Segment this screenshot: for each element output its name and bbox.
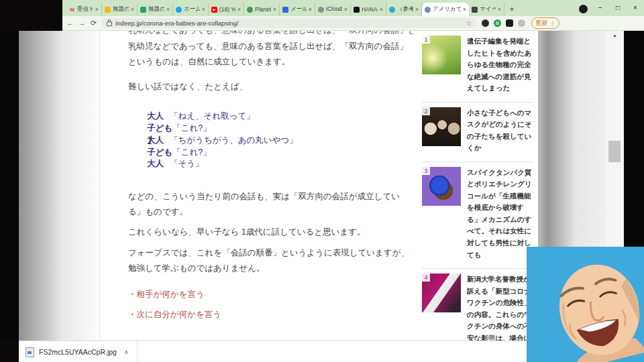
- forward-icon[interactable]: →: [78, 19, 86, 27]
- tab-close-icon[interactable]: ×: [380, 6, 383, 13]
- address-bar[interactable]: indeep.jp/corona-era-babies-are-collapsi…: [101, 18, 477, 28]
- image-file-icon: [25, 347, 34, 357]
- speech: 「ちがうちがう、あの丸いやつ」: [170, 135, 298, 147]
- page-left-shadow: [19, 31, 99, 341]
- article-thumbnail: 1: [422, 36, 461, 74]
- tab-sheets[interactable]: 無題のス ×: [138, 3, 173, 16]
- profile-avatar[interactable]: [518, 19, 525, 27]
- rank-badge: 4: [422, 274, 430, 282]
- ranked-article-3[interactable]: 3 スパイクタンパク質とポリエチレングリコールが「生殖機能を根底から破壊する」メ…: [422, 162, 533, 269]
- clipped-text-line: 乳幼児などであっても、意味のある言葉を話し出せば、「双方向の会話」というものは、…: [128, 31, 413, 34]
- tab-close-icon[interactable]: ×: [273, 6, 276, 13]
- article-title[interactable]: 小さな子どもへのマスクがどのようにその子たちを殺していくか: [467, 107, 533, 154]
- article-title[interactable]: 新潟大学名誉教授が訴える「新型コロナワクチンの危険性」の内容。これらのワクチンの…: [467, 274, 533, 341]
- menu-icon[interactable]: ⋮: [549, 20, 555, 27]
- new-tab-button[interactable]: +: [506, 3, 518, 15]
- tab-close-icon[interactable]: ×: [95, 6, 99, 13]
- tab-close-icon[interactable]: ×: [166, 6, 170, 13]
- speech: 「そう」: [170, 158, 204, 170]
- tab-label: 無題のス: [148, 5, 164, 13]
- tab-twitter[interactable]: ホーム / T ×: [173, 3, 209, 16]
- article-thumbnail: 2: [422, 107, 461, 146]
- tab-close-icon[interactable]: ×: [463, 6, 466, 13]
- tab-close-icon[interactable]: ×: [498, 6, 501, 13]
- close-button[interactable]: ×: [627, 0, 644, 15]
- rank-badge: 1: [422, 36, 430, 44]
- tab-label: メール - y: [290, 5, 307, 13]
- teal-circle-icon: [389, 7, 395, 13]
- speaker: 子ども: [147, 123, 172, 135]
- sheets-icon: [140, 7, 146, 13]
- chrome-update-button[interactable]: 更新 ⋮: [531, 17, 559, 29]
- tab-label: アメリカで: [433, 5, 461, 13]
- dialogue-line: 子ども 「これ?」: [147, 147, 413, 159]
- tab-label: (18) YouT: [219, 6, 235, 13]
- scrollbar-thumb[interactable]: [608, 141, 621, 162]
- speaker: 子ども: [147, 147, 172, 159]
- tab-active-indeep[interactable]: アメリカで ×: [422, 3, 469, 16]
- tab-label: 無題のプ: [113, 5, 129, 13]
- tab-icloud[interactable]: iCloud メ ×: [315, 3, 351, 16]
- article-body: 乳幼児などであっても、意味のある言葉を話し出せば、「双方向の会話」というものは、…: [128, 31, 413, 341]
- tab-mail[interactable]: メール - y ×: [280, 3, 315, 16]
- download-caret-icon[interactable]: ∧: [124, 349, 129, 355]
- tab-close-icon[interactable]: ×: [415, 6, 419, 13]
- browser-toolbar: ← → ⟳ indeep.jp/corona-era-babies-are-co…: [62, 16, 644, 31]
- speech: 「これ?」: [172, 147, 211, 159]
- tab-search-icon[interactable]: [579, 5, 588, 13]
- tab-gmail[interactable]: M 受信トレ ×: [66, 3, 102, 16]
- tab-label: 受信トレ: [77, 5, 93, 13]
- dark-square-icon: [472, 7, 478, 13]
- minimize-button[interactable]: −: [592, 0, 609, 15]
- downloaded-file-chip[interactable]: FS2mcL5UYAAcCpR.jpg ∧: [19, 341, 138, 362]
- paragraph: 難しい話ではなく、たとえば、: [128, 79, 413, 95]
- tab-close-icon[interactable]: ×: [131, 6, 134, 13]
- article-thumbnail: 3: [422, 167, 461, 206]
- tab-close-icon[interactable]: ×: [202, 6, 205, 13]
- extension-dark-icon[interactable]: [482, 19, 489, 27]
- tab-close-icon[interactable]: ×: [344, 6, 347, 13]
- bookmark-star-icon[interactable]: ☆: [466, 19, 472, 27]
- ranking-sidebar: 1 遺伝子編集を発端としたヒトを含めたあらゆる生物種の完全な絶滅への道筋が見えて…: [422, 31, 533, 341]
- tab-label: iCloud メ: [326, 5, 342, 13]
- adblock-icon[interactable]: B: [494, 19, 501, 27]
- ranked-article-2[interactable]: 2 小さな子どもへのマスクがどのようにその子たちを殺していくか: [422, 103, 533, 162]
- scroll-up-icon[interactable]: ▲: [606, 33, 624, 38]
- browser-window: M 受信トレ × 無題のプ × 無題のス × ホーム / T × ▶ (18) …: [0, 0, 644, 362]
- tab-close-icon[interactable]: ×: [237, 6, 241, 13]
- article-title[interactable]: スパイクタンパク質とポリエチレングリコールが「生殖機能を根底から破壊する」メカニ…: [467, 167, 533, 261]
- extensions-puzzle-icon[interactable]: [506, 19, 513, 27]
- tab-hanabi[interactable]: HANABI ×: [351, 3, 386, 16]
- url-text[interactable]: indeep.jp/corona-era-babies-are-collapsi…: [115, 19, 462, 27]
- tab-reference-image[interactable]: （参考画 ×: [386, 3, 422, 16]
- bullet-item: ・次に自分が何かを言う: [128, 307, 413, 322]
- tab-close-icon[interactable]: ×: [309, 6, 312, 13]
- article-title[interactable]: 遺伝子編集を発端としたヒトを含めたあらゆる生物種の完全な絶滅への道筋が見えてしま…: [467, 36, 533, 95]
- youtube-icon: ▶: [211, 7, 217, 13]
- tab-slides[interactable]: 無題のプ ×: [102, 3, 138, 16]
- leaf-icon: [247, 7, 253, 13]
- globe-icon: [425, 7, 431, 13]
- back-icon[interactable]: ←: [66, 19, 74, 27]
- tab-planetary[interactable]: Planetar ×: [244, 3, 280, 16]
- maximize-button[interactable]: □: [609, 0, 627, 15]
- tab-youtube[interactable]: ▶ (18) YouT ×: [209, 3, 244, 16]
- update-label: 更新: [535, 19, 547, 27]
- reload-icon[interactable]: ⟳: [91, 19, 97, 27]
- dialogue-block: 大人 「ねえ、それ取って」 子ども 「これ?」 大人 「ちがうちがう、あの丸いや…: [147, 111, 413, 170]
- ranked-article-4[interactable]: 4 新潟大学名誉教授が訴える「新型コロナワクチンの危険性」の内容。これらのワクチ…: [422, 269, 533, 341]
- tab-mypage[interactable]: マイペー ×: [469, 3, 504, 16]
- slides-icon: [105, 7, 111, 13]
- dialogue-line: 大人 「ちがうちがう、あの丸いやつ」: [147, 135, 413, 147]
- webcam-overlay: [527, 247, 644, 362]
- tab-label: ホーム / T: [184, 5, 200, 13]
- tab-label: Planetar: [255, 6, 271, 13]
- dialogue-line: 大人 「ねえ、それ取って」: [147, 111, 413, 123]
- apple-icon: [318, 7, 324, 13]
- ranked-article-1[interactable]: 1 遺伝子編集を発端としたヒトを含めたあらゆる生物種の完全な絶滅への道筋が見えて…: [422, 31, 533, 103]
- speech: 「これ?」: [172, 123, 211, 135]
- download-filename[interactable]: FS2mcL5UYAAcCpR.jpg: [39, 348, 117, 356]
- twitter-icon: [176, 7, 182, 13]
- speaker: 大人: [147, 158, 170, 170]
- dialogue-line: 子ども 「これ?」: [147, 123, 413, 135]
